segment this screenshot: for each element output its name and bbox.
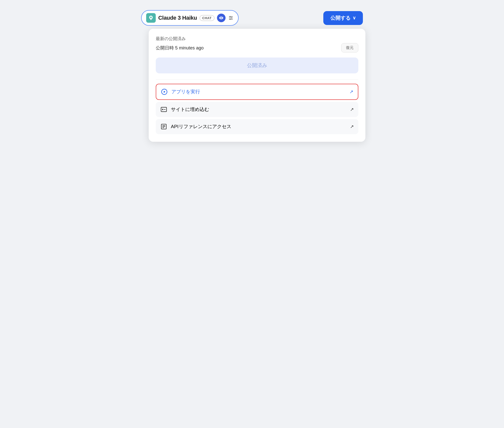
model-selector[interactable]: Claude 3 Haiku CHAT xyxy=(141,10,239,26)
svg-rect-8 xyxy=(161,107,167,111)
menu-item-embed-left: サイトに埋め込む xyxy=(160,106,209,113)
published-section-label: 最新の公開済み xyxy=(156,36,358,42)
eye-button[interactable] xyxy=(217,14,226,22)
svg-point-4 xyxy=(231,17,232,18)
menu-item-run-app[interactable]: アプリを実行 ↗ xyxy=(156,84,358,100)
api-arrow: ↗ xyxy=(350,124,354,129)
chevron-icon: ∨ xyxy=(353,15,356,21)
svg-point-5 xyxy=(230,19,231,20)
published-time: 公開日時 5 minutes ago xyxy=(156,45,204,51)
chat-badge: CHAT xyxy=(200,15,214,21)
dropdown-panel: 最新の公開済み 公開日時 5 minutes ago 復元 公開済み アプリを実… xyxy=(149,29,365,142)
model-name: Claude 3 Haiku xyxy=(158,15,197,21)
menu-item-api[interactable]: APIリファレンスにアクセス ↗ xyxy=(156,119,358,134)
menu-item-embed[interactable]: サイトに埋め込む ↗ xyxy=(156,102,358,117)
embed-label: サイトに埋め込む xyxy=(171,106,209,113)
svg-point-3 xyxy=(230,16,231,17)
header-row: Claude 3 Haiku CHAT 公開する xyxy=(139,10,365,26)
publish-button[interactable]: 公開する ∨ xyxy=(323,11,363,25)
svg-marker-7 xyxy=(164,91,166,93)
embed-icon xyxy=(160,106,167,113)
menu-item-run-app-left: アプリを実行 xyxy=(161,88,200,95)
claude-icon xyxy=(148,15,154,21)
embed-arrow: ↗ xyxy=(350,107,354,112)
model-icon xyxy=(146,13,156,23)
menu-item-api-left: APIリファレンスにアクセス xyxy=(160,123,231,130)
published-time-row: 公開日時 5 minutes ago 復元 xyxy=(156,43,358,52)
api-icon xyxy=(160,123,167,130)
run-app-arrow: ↗ xyxy=(350,89,353,95)
published-status-button: 公開済み xyxy=(156,58,358,73)
run-app-label: アプリを実行 xyxy=(171,89,200,95)
api-label: APIリファレンスにアクセス xyxy=(171,123,231,130)
divider xyxy=(156,79,358,80)
restore-button[interactable]: 復元 xyxy=(341,43,358,52)
eye-icon xyxy=(219,16,224,20)
play-circle-icon xyxy=(161,88,168,95)
sliders-icon xyxy=(228,15,234,21)
settings-button[interactable] xyxy=(228,15,234,21)
publish-button-label: 公開する xyxy=(330,15,351,21)
